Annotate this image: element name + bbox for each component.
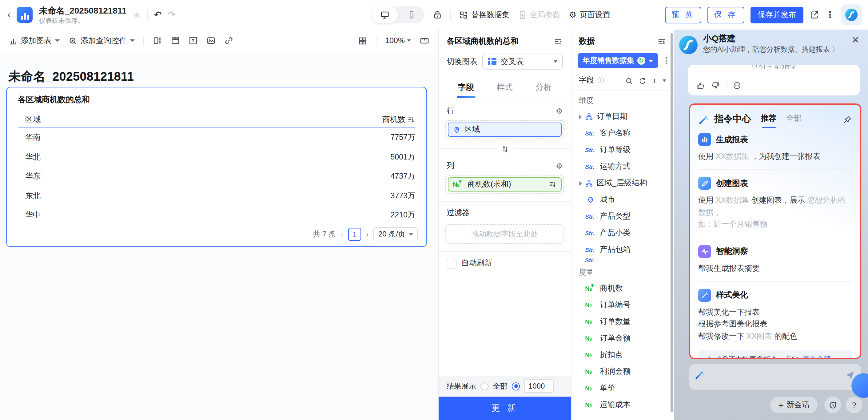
desktop-mode-toggle[interactable] <box>372 6 398 23</box>
pushpin-icon[interactable] <box>843 114 852 124</box>
field-item[interactable]: 订单日期 <box>571 108 674 125</box>
dataset-selector[interactable]: 年度销售数据集 ↻ <box>578 53 658 68</box>
columns-drop-zone[interactable]: №✱ 商机数(求和) <box>445 175 564 194</box>
swap-row-col-icon[interactable] <box>497 143 513 153</box>
table-row[interactable]: 西北1992万 <box>18 225 415 227</box>
prev-page-icon[interactable]: ‹ <box>341 230 343 239</box>
tab-analysis[interactable]: 分析 <box>524 76 563 100</box>
result-limit-input[interactable] <box>524 380 554 393</box>
page-settings-button[interactable]: ⚙ 页面设置 <box>569 9 610 20</box>
share-icon[interactable] <box>810 9 819 20</box>
view-all-link[interactable]: 查看全部 <box>803 355 831 359</box>
ai-panel-subtitle[interactable]: 您的AI小助理，陪您分析数据、搭建报表 〉 <box>703 45 839 54</box>
history-button[interactable] <box>824 397 841 413</box>
command-item-smart-insight[interactable]: 智能洞察 帮我生成报表摘要 <box>698 245 852 275</box>
widget-icon[interactable] <box>153 35 162 46</box>
field-item[interactable]: Str. 产品包箱 <box>571 242 674 258</box>
column-field-pill[interactable]: №✱ 商机数(求和) <box>448 177 562 192</box>
field-item[interactable]: № 利润金额 <box>571 363 674 380</box>
command-center-footer[interactable]: 小Q还支持更多指令，点此 查看全部 <box>698 350 852 359</box>
device-toggle[interactable] <box>372 6 425 23</box>
column-header-region[interactable]: 区域 <box>18 114 40 125</box>
crosstab-chart-card[interactable]: 各区域商机数的总和 区域 商机数 华南7757万 华北5001万 华东4737万… <box>6 87 427 247</box>
preview-button[interactable]: 预 览 <box>665 6 701 23</box>
current-page-button[interactable]: 1 <box>348 228 361 241</box>
sort-desc-icon[interactable] <box>549 180 557 189</box>
more-options-icon[interactable]: ⋮ <box>826 9 835 20</box>
command-item-generate-report[interactable]: 生成报表 使用 XX数据集 ，为我创建一张报表 <box>698 133 852 163</box>
add-field-icon[interactable]: + <box>652 76 657 85</box>
zoom-level-dropdown[interactable]: 100% <box>385 36 411 45</box>
dataset-more-icon[interactable]: ⋮ <box>662 55 671 66</box>
result-limit-radio[interactable] <box>512 382 520 390</box>
tab-recommend[interactable]: 推荐 <box>761 113 776 125</box>
add-chart-button[interactable]: 添加图表 <box>9 35 60 46</box>
field-item[interactable]: № 订单数量 <box>571 313 674 330</box>
save-button[interactable]: 保 存 <box>708 6 744 23</box>
chevron-down-icon[interactable] <box>662 79 666 82</box>
mobile-mode-toggle[interactable] <box>398 6 425 23</box>
ai-assistant-avatar-button[interactable] <box>841 4 862 25</box>
sort-desc-icon[interactable] <box>407 116 415 124</box>
refresh-fields-icon[interactable] <box>639 76 647 85</box>
tab-fields[interactable]: 字段 <box>446 76 485 100</box>
image-icon[interactable] <box>206 35 216 46</box>
field-item[interactable]: Str. 运输方式 <box>571 158 674 175</box>
undo-icon[interactable]: ↶ <box>154 9 161 20</box>
command-item-style-beautify[interactable]: 样式美化 帮我美化一下报表 根据参考图美化报表 帮我修改一下 XX图表 的配色 <box>698 289 852 342</box>
chart-type-select[interactable]: 交叉表 <box>482 54 563 69</box>
field-item[interactable]: № 订单编号 <box>571 297 674 313</box>
row-field-pill[interactable]: 区域 <box>448 122 562 137</box>
field-item[interactable]: №✱ 商机数 <box>571 280 674 297</box>
add-query-control-button[interactable]: 添加查询控件 <box>68 35 135 46</box>
expander-icon[interactable] <box>579 114 582 119</box>
lock-icon[interactable] <box>432 9 442 20</box>
column-header-value[interactable]: 商机数 <box>382 119 415 120</box>
collapse-panel-icon[interactable] <box>657 36 666 46</box>
update-button[interactable]: 更 新 <box>439 397 571 420</box>
tab-all[interactable]: 全部 <box>786 113 802 125</box>
expander-icon[interactable] <box>579 181 582 186</box>
auto-refresh-row[interactable]: 自动刷新 <box>439 252 571 275</box>
field-item-clipped[interactable]: Str. <box>571 258 674 262</box>
scrollbar[interactable] <box>671 33 673 412</box>
page-size-dropdown[interactable]: 20 条/页 <box>373 227 418 242</box>
table-row[interactable]: 东北3773万 <box>18 186 415 206</box>
gear-icon[interactable]: ⚙ <box>556 107 563 116</box>
help-button[interactable]: ? <box>846 397 863 413</box>
field-item[interactable]: Str. 客户名称 <box>571 125 674 142</box>
more-actions-icon[interactable] <box>733 80 741 90</box>
ruler-icon[interactable] <box>420 35 429 46</box>
command-item-create-chart[interactable]: 创建图表 使用 XX数据集 创建图表，展示 您想分析的数据， 如：近一个月销售额 <box>698 177 852 231</box>
magic-wand-icon[interactable] <box>694 369 705 380</box>
field-item[interactable]: Str. 产品小类 <box>571 225 674 242</box>
auto-refresh-checkbox[interactable] <box>446 258 457 268</box>
text-block-icon[interactable] <box>188 35 198 46</box>
info-icon[interactable]: ⓘ <box>597 76 604 85</box>
save-publish-button[interactable]: 保存并发布 <box>750 6 803 23</box>
field-item[interactable]: № 订单金额 <box>571 330 674 347</box>
replace-dataset-button[interactable]: 替换数据集 <box>459 9 510 20</box>
field-item[interactable]: № 单价 <box>571 380 674 397</box>
gear-icon[interactable]: ⚙ <box>556 161 563 171</box>
field-item[interactable]: № 折扣点 <box>571 347 674 363</box>
ai-chat-input[interactable] <box>689 364 861 390</box>
field-item[interactable]: № 运输成本 <box>571 397 674 413</box>
close-icon[interactable]: ✕ <box>852 34 859 46</box>
table-row[interactable]: 华东4737万 <box>18 167 415 186</box>
field-item[interactable]: 城市 <box>571 192 674 208</box>
tab-container-icon[interactable] <box>170 35 180 46</box>
back-icon[interactable]: ‹ <box>7 9 11 20</box>
filter-drop-zone[interactable]: 拖动数据字段至此处 <box>445 224 564 244</box>
result-all-radio[interactable] <box>480 382 489 390</box>
table-row[interactable]: 华北5001万 <box>18 147 415 167</box>
table-row[interactable]: 华南7757万 <box>18 128 415 147</box>
rows-drop-zone[interactable]: 区域 <box>445 120 564 139</box>
redo-icon[interactable]: ↷ <box>168 9 176 20</box>
table-row[interactable]: 华中2210万 <box>18 206 415 225</box>
dashboard-canvas[interactable]: 未命名_202508121811 各区域商机数的总和 区域 商机数 华南7757… <box>0 52 438 420</box>
clipped-message-text[interactable]: 查看全部指令 <box>688 65 860 71</box>
thumbs-down-icon[interactable] <box>711 80 720 90</box>
favorite-star-icon[interactable]: ★ <box>133 9 141 20</box>
tab-style[interactable]: 样式 <box>485 76 524 100</box>
